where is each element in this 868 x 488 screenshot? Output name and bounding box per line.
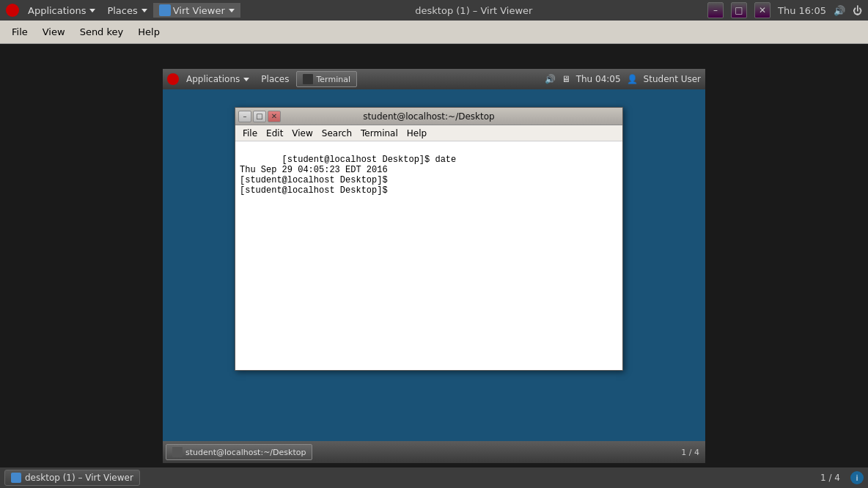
host-bottombar: desktop (1) – Virt Viewer 1 / 4 i bbox=[0, 467, 868, 488]
virt-view-menu[interactable]: View bbox=[37, 24, 71, 40]
terminal-file-menu[interactable]: File bbox=[238, 127, 262, 140]
guest-places-menu[interactable]: Places bbox=[257, 73, 293, 86]
host-clock: Thu 16:05 bbox=[778, 5, 826, 16]
terminal-minimize-btn[interactable]: – bbox=[238, 111, 251, 122]
host-taskbar-item[interactable]: desktop (1) – Virt Viewer bbox=[4, 470, 140, 486]
terminal-menubar: File Edit View Search Terminal Help bbox=[235, 125, 622, 141]
guest-username: Student User bbox=[644, 74, 701, 84]
guest-clock: Thu 04:05 bbox=[576, 74, 621, 84]
host-minimize-btn[interactable]: – bbox=[707, 2, 724, 18]
host-taskbar-item-label: desktop (1) – Virt Viewer bbox=[25, 473, 133, 483]
terminal-window: – □ ✕ student@localhost:~/Desktop File E… bbox=[235, 107, 623, 371]
terminal-edit-menu[interactable]: Edit bbox=[262, 127, 287, 140]
guest-terminal-taskbar-btn[interactable]: Terminal bbox=[296, 71, 357, 87]
terminal-close-btn[interactable]: ✕ bbox=[268, 111, 281, 122]
guest-applications-menu[interactable]: Applications bbox=[182, 73, 254, 86]
terminal-maximize-btn[interactable]: □ bbox=[253, 111, 266, 122]
terminal-help-menu[interactable]: Help bbox=[402, 127, 431, 140]
virt-viewer-icon bbox=[159, 4, 171, 16]
terminal-content[interactable]: [student@localhost Desktop]$ date Thu Se… bbox=[235, 141, 622, 370]
guest-desktop: Applications Places Terminal 🔊 🖥 Thu 04:… bbox=[163, 69, 705, 463]
guest-taskbar: student@localhost:~/Desktop 1 / 4 bbox=[163, 441, 705, 463]
host-pager: 1 / 4 bbox=[820, 473, 840, 483]
virt-viewer-dropdown-arrow bbox=[229, 9, 235, 12]
guest-taskbar-item[interactable]: student@localhost:~/Desktop bbox=[166, 444, 312, 460]
host-applications-menu[interactable]: Applications bbox=[22, 4, 101, 18]
host-app-logo bbox=[6, 4, 19, 17]
guest-volume-icon[interactable]: 🔊 bbox=[545, 74, 556, 84]
host-topbar-right: – □ ✕ Thu 16:05 🔊 ⏻ bbox=[707, 2, 862, 18]
host-close-btn[interactable]: ✕ bbox=[754, 2, 770, 18]
host-places-menu[interactable]: Places bbox=[101, 4, 152, 18]
virt-file-menu[interactable]: File bbox=[6, 24, 34, 40]
guest-fedora-icon bbox=[167, 73, 179, 85]
terminal-terminal-menu[interactable]: Terminal bbox=[356, 127, 402, 140]
virt-sendkey-menu[interactable]: Send key bbox=[74, 24, 130, 40]
terminal-text: [student@localhost Desktop]$ date Thu Se… bbox=[240, 155, 456, 196]
terminal-view-menu[interactable]: View bbox=[287, 127, 317, 140]
virt-menubar: File View Send key Help bbox=[0, 21, 868, 44]
terminal-search-menu[interactable]: Search bbox=[317, 127, 356, 140]
virt-menu-bar: File View Send key Help bbox=[6, 24, 166, 40]
host-virt-viewer-menu[interactable]: Virt Viewer bbox=[153, 3, 240, 18]
guest-taskbar-item-icon bbox=[172, 447, 183, 457]
host-topbar: Applications Places Virt Viewer desktop … bbox=[0, 0, 868, 21]
applications-dropdown-arrow bbox=[89, 9, 95, 12]
host-taskbar-item-icon bbox=[11, 473, 21, 483]
host-volume-icon[interactable]: 🔊 bbox=[834, 5, 845, 16]
guest-taskbar-pager: 1 / 4 bbox=[681, 448, 702, 457]
virt-help-menu[interactable]: Help bbox=[132, 24, 166, 40]
places-dropdown-arrow bbox=[141, 9, 147, 12]
virt-main-area: Applications Places Terminal 🔊 🖥 Thu 04:… bbox=[0, 44, 868, 488]
host-maximize-btn[interactable]: □ bbox=[731, 2, 747, 18]
host-power-icon[interactable]: ⏻ bbox=[853, 5, 862, 16]
terminal-window-controls: – □ ✕ bbox=[238, 111, 281, 122]
guest-taskbar-item-label: student@localhost:~/Desktop bbox=[185, 448, 306, 457]
host-info-icon[interactable]: i bbox=[850, 471, 864, 484]
guest-topbar-right: 🔊 🖥 Thu 04:05 👤 Student User bbox=[545, 74, 701, 84]
terminal-taskbar-icon bbox=[303, 74, 313, 84]
guest-network-icon[interactable]: 🖥 bbox=[562, 74, 570, 84]
guest-user-icon[interactable]: 👤 bbox=[627, 74, 638, 84]
guest-topbar: Applications Places Terminal 🔊 🖥 Thu 04:… bbox=[163, 69, 705, 89]
terminal-titlebar: – □ ✕ student@localhost:~/Desktop bbox=[235, 108, 622, 125]
terminal-window-title: student@localhost:~/Desktop bbox=[281, 111, 577, 122]
host-window-title: desktop (1) – Virt Viewer bbox=[240, 5, 707, 16]
terminal-taskbar-label: Terminal bbox=[316, 75, 350, 84]
guest-applications-arrow bbox=[243, 78, 249, 81]
